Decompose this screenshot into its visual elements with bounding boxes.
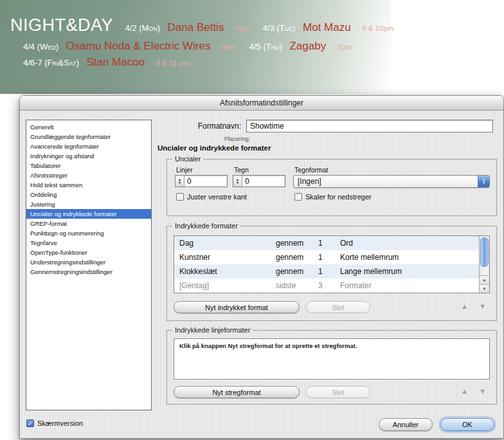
delete-nested-style-label: Slet bbox=[332, 304, 345, 311]
drop-caps-group-title: Uncialer bbox=[172, 155, 203, 163]
sidebar-item-tabulatorer[interactable]: Tabulatorer bbox=[26, 161, 151, 170]
row-style-name[interactable]: [Gentag] bbox=[174, 281, 276, 290]
row-count[interactable]: 1 bbox=[318, 239, 340, 248]
characters-label: Tegn bbox=[234, 166, 249, 174]
event-date: 4/4 (Wed) bbox=[23, 42, 59, 51]
sidebar-item-avancerede-tegnformater[interactable]: Avancerede tegnformater bbox=[26, 142, 151, 151]
sidebar-item-justering[interactable]: Justering bbox=[26, 199, 151, 209]
row-count[interactable]: 1 bbox=[318, 267, 340, 276]
sidebar-item-tegnfarve[interactable]: Tegnfarve bbox=[26, 238, 151, 248]
new-nested-style-button[interactable]: Nyt indrykket format bbox=[174, 301, 300, 313]
characters-stepper[interactable]: ▲ ▼ 0 bbox=[233, 175, 285, 187]
banner-title: NIGHT&DAY bbox=[10, 15, 113, 35]
sidebar-item-grep-format[interactable]: GREP-format bbox=[26, 219, 151, 228]
dialog-title: Afsnitsformatindstillinger bbox=[220, 98, 303, 107]
new-nested-style-label: Nyt indrykket format bbox=[205, 304, 268, 311]
move-down-icon[interactable]: ▼ bbox=[479, 302, 486, 310]
ok-button[interactable]: OK bbox=[440, 418, 494, 431]
stepper-down-icon[interactable]: ▼ bbox=[236, 181, 239, 185]
event-band-name: Mot Mazu bbox=[303, 21, 351, 33]
move-up-icon[interactable]: ▲ bbox=[461, 387, 468, 395]
table-row[interactable]: Kunstner gennem 1 Korte mellemrum bbox=[174, 250, 489, 264]
paragraph-style-options-dialog: Afsnitsformatindstillinger Generelt Grun… bbox=[19, 95, 504, 439]
sidebar-item-understregningsindstillinger[interactable]: Understregningsindstillinger bbox=[26, 257, 151, 267]
nested-line-styles-group-title: Indrykkede linjeformater bbox=[172, 326, 253, 334]
table-row[interactable]: [Gentag] sidste 3 Formater bbox=[174, 279, 489, 293]
table-scrollbar[interactable]: ▲ ▼ bbox=[479, 236, 489, 293]
drop-caps-group: Uncialer Linjer Tegn Tegnformat ▲ ▼ 0 ▲ … bbox=[166, 159, 497, 216]
dropdown-arrows-icon[interactable]: ▲ ▼ bbox=[478, 176, 489, 187]
row-delimiter[interactable]: Lange mellemrum bbox=[340, 267, 479, 276]
lines-stepper[interactable]: ▲ ▼ 0 bbox=[175, 175, 228, 187]
row-count[interactable]: 3 bbox=[318, 281, 340, 290]
row-through-mode[interactable]: gennem bbox=[276, 239, 318, 248]
new-line-style-button[interactable]: Nyt stregformat bbox=[174, 386, 300, 398]
preview-checkbox[interactable]: Skærmversion bbox=[26, 419, 83, 427]
checkbox-box-icon[interactable] bbox=[176, 193, 184, 201]
stepper-arrows-icon[interactable]: ▲ ▼ bbox=[233, 176, 242, 187]
row-count[interactable]: 1 bbox=[318, 253, 340, 262]
cancel-button[interactable]: Annuller bbox=[379, 418, 433, 431]
delete-line-style-button[interactable]: Slet bbox=[306, 386, 370, 398]
sidebar-item-uncialer-og-indrykkede-formater[interactable]: Uncialer og indrykkede formater bbox=[26, 209, 151, 219]
sidebar-item-gennemstregningsindstillinger[interactable]: Gennemstregningsindstillinger bbox=[26, 267, 151, 277]
nested-styles-group-title: Indrykkede formater bbox=[172, 222, 240, 230]
sidebar-item-opentype-funktioner[interactable]: OpenType-funktioner bbox=[26, 248, 151, 257]
row-through-mode[interactable]: gennem bbox=[276, 253, 318, 262]
event-date: 4/6-7 (Fri&Sat) bbox=[23, 58, 79, 68]
event-band-name: Osamu Noda & Electric Wires bbox=[66, 40, 211, 52]
scroll-down-icon[interactable]: ▼ bbox=[480, 284, 489, 293]
row-delimiter[interactable]: Formater bbox=[340, 281, 479, 290]
nested-line-styles-list[interactable]: Klik på knappen Nyt stregformat for at o… bbox=[174, 338, 490, 380]
characters-value[interactable]: 0 bbox=[242, 176, 252, 187]
scroll-up-icon[interactable]: ▲ bbox=[480, 276, 489, 284]
sidebar-item-hold-tekst-sammen[interactable]: Hold tekst sammen bbox=[26, 180, 151, 190]
scrollbar-arrows[interactable]: ▲ ▼ bbox=[480, 275, 489, 293]
event-time: - 9pm bbox=[217, 43, 236, 51]
stepper-down-icon[interactable]: ▼ bbox=[178, 181, 181, 185]
preview-checkbox-label: Skærmversion bbox=[37, 419, 83, 427]
chevron-down-icon: ▼ bbox=[482, 181, 485, 185]
ok-button-label: OK bbox=[462, 421, 473, 428]
row-delimiter[interactable]: Korte mellemrum bbox=[340, 253, 479, 262]
sidebar-item-grundlaeggende-tegnformater[interactable]: Grundlæggende tegnformater bbox=[26, 132, 151, 142]
move-down-icon[interactable]: ▼ bbox=[479, 387, 486, 395]
sidebar-item-indrykninger-og-afstand[interactable]: Indrykninger og afstand bbox=[26, 151, 151, 161]
sidebar-item-punkttegn-og-nummerering[interactable]: Punkttegn og nummerering bbox=[26, 228, 151, 238]
format-name-label: Formatnavn: bbox=[156, 122, 241, 131]
event-time: - 8pm bbox=[231, 24, 249, 32]
character-style-dropdown[interactable]: [Ingen] ▲ ▼ bbox=[293, 175, 490, 188]
move-up-icon[interactable]: ▲ bbox=[461, 302, 468, 310]
row-delimiter[interactable]: Ord bbox=[340, 239, 479, 248]
cancel-button-label: Annuller bbox=[393, 421, 419, 428]
row-through-mode[interactable]: sidste bbox=[276, 281, 318, 290]
checkbox-box-icon[interactable] bbox=[26, 419, 34, 427]
scale-for-descenders-checkbox[interactable]: Skaler for nedstreger bbox=[294, 193, 372, 201]
event-band-name: Zagaby bbox=[289, 40, 326, 52]
lines-value[interactable]: 0 bbox=[184, 176, 194, 187]
nested-styles-table: Dag gennem 1 Ord Kunstner gennem 1 Korte… bbox=[174, 235, 490, 293]
row-style-name[interactable]: Kunstner bbox=[174, 253, 276, 262]
sidebar-item-orddeling[interactable]: Orddeling bbox=[26, 190, 151, 199]
checkbox-box-icon[interactable] bbox=[294, 193, 302, 201]
sidebar-item-generelt[interactable]: Generelt bbox=[26, 122, 151, 132]
stepper-arrows-icon[interactable]: ▲ ▼ bbox=[176, 176, 184, 187]
banner-line-2: 4/4 (Wed) Osamu Noda & Electric Wires - … bbox=[0, 35, 391, 53]
delete-nested-style-button[interactable]: Slet bbox=[306, 301, 370, 313]
section-heading: Uncialer og indrykkede formater bbox=[158, 144, 271, 152]
format-name-input[interactable] bbox=[246, 120, 493, 133]
scrollbar-thumb[interactable] bbox=[480, 237, 489, 267]
dialog-titlebar: Afsnitsformatindstillinger bbox=[20, 96, 503, 111]
table-row[interactable]: Dag gennem 1 Ord bbox=[174, 236, 489, 250]
banner-line-3: 4/6-7 (Fri&Sat) Stan Macoo - 9 & 11 pm bbox=[0, 53, 391, 69]
delete-line-style-label: Slet bbox=[332, 389, 345, 396]
lines-label: Linjer bbox=[176, 166, 193, 174]
sidebar-item-afsnitsstreger[interactable]: Afsnitsstreger bbox=[26, 170, 151, 180]
row-style-name[interactable]: Klokkeslæt bbox=[174, 267, 276, 276]
event-time: - 9pm bbox=[333, 43, 352, 51]
row-through-mode[interactable]: gennem bbox=[276, 267, 318, 276]
row-style-name[interactable]: Dag bbox=[174, 239, 276, 248]
table-row[interactable]: Klokkeslæt gennem 1 Lange mellemrum bbox=[174, 264, 489, 279]
align-left-edge-checkbox[interactable]: Juster venstre kant bbox=[176, 193, 247, 201]
event-band-name: Dana Bettis bbox=[168, 21, 224, 33]
